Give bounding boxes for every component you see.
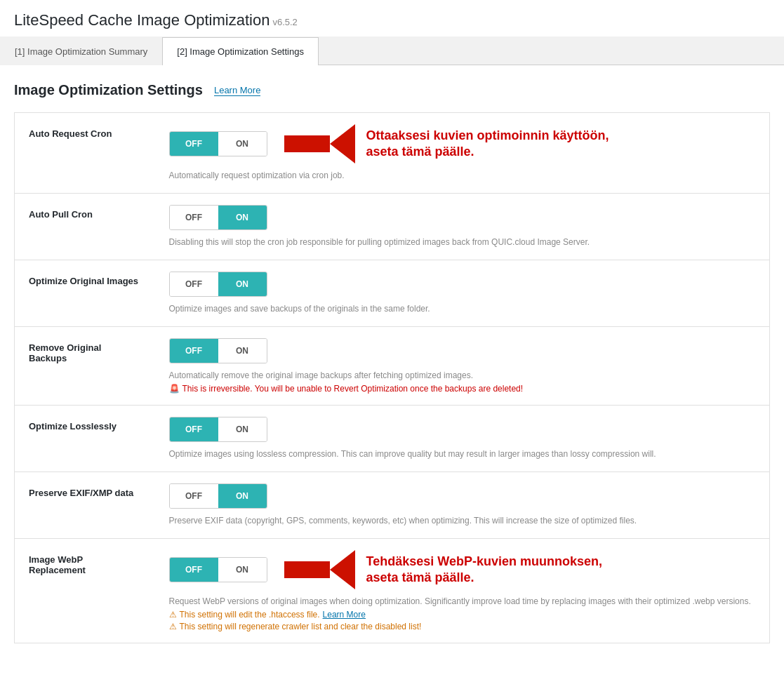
setting-desc-auto-pull-cron: Disabling this will stop the cron job re… [169,236,756,248]
setting-label-auto-pull-cron: Auto Pull Cron [15,194,155,260]
toggle-on-auto-pull-cron[interactable]: ON [218,206,267,229]
warning-icon-remove-original-backups-0: 🚨 [169,384,180,394]
warning-icon-image-webp-replacement-1: ⚠ [169,622,177,631]
warning-image-webp-replacement-1: ⚠ This setting will regenerate crawler l… [169,622,756,631]
setting-label-image-webp-replacement: Image WebP Replacement [15,539,155,643]
toggle-preserve-exif[interactable]: OFFON [169,483,267,509]
setting-desc-image-webp-replacement: Request WebP versions of original images… [169,595,756,608]
setting-desc-optimize-losslessly: Optimize images using lossless compressi… [169,448,756,460]
warning-text-image-webp-replacement-0: This setting will edit the .htaccess fil… [180,610,320,620]
warning-text-image-webp-replacement-1: This setting will regenerate crawler lis… [180,622,422,631]
toggle-on-auto-request-cron[interactable]: ON [218,132,267,156]
toggle-off-auto-request-cron[interactable]: OFF [170,132,218,156]
setting-label-optimize-original-images: Optimize Original Images [15,260,155,327]
annotation-arrow-auto-request-cron [284,124,355,163]
toggle-off-preserve-exif[interactable]: OFF [170,484,218,508]
toggle-remove-original-backups[interactable]: OFFON [169,338,267,363]
setting-row-optimize-original-images: Optimize Original ImagesOFFONOptimize im… [15,260,770,327]
setting-row-preserve-exif: Preserve EXIF/XMP dataOFFONPreserve EXIF… [15,472,770,539]
toggle-on-image-webp-replacement[interactable]: ON [218,558,267,582]
toggle-optimize-original-images[interactable]: OFFON [169,272,267,297]
tab-settings[interactable]: [2] Image Optimization Settings [162,37,319,65]
toggle-optimize-losslessly[interactable]: OFFON [169,417,267,442]
settings-table: Auto Request CronOFFONOttaaksesi kuvien … [14,112,770,643]
toggle-image-webp-replacement[interactable]: OFFON [169,557,267,582]
warning-icon-image-webp-replacement-0: ⚠ [169,610,177,620]
toggle-off-optimize-losslessly[interactable]: OFF [170,417,218,441]
setting-row-image-webp-replacement: Image WebP ReplacementOFFONTehdäksesi We… [15,539,770,643]
setting-desc-preserve-exif: Preserve EXIF data (copyright, GPS, comm… [169,514,756,527]
tab-summary[interactable]: [1] Image Optimization Summary [0,37,162,65]
warning-remove-original-backups-0: 🚨 This is irreversible. You will be unab… [169,384,756,394]
warning-image-webp-replacement-0: ⚠ This setting will edit the .htaccess f… [169,610,756,620]
setting-row-auto-request-cron: Auto Request CronOFFONOttaaksesi kuvien … [15,113,770,194]
setting-label-remove-original-backups: Remove Original Backups [15,327,155,406]
toggle-auto-request-cron[interactable]: OFFON [169,131,267,156]
toggle-on-preserve-exif[interactable]: ON [218,484,267,508]
setting-row-remove-original-backups: Remove Original BackupsOFFONAutomaticall… [15,327,770,406]
toggle-off-auto-pull-cron[interactable]: OFF [170,206,218,229]
annotation-text-image-webp-replacement: Tehdäksesi WebP-kuvien muunnoksen, aseta… [366,554,602,587]
warning-text-remove-original-backups-0: This is irreversible. You will be unable… [182,384,524,394]
toggle-on-optimize-original-images[interactable]: ON [218,272,267,296]
setting-desc-optimize-original-images: Optimize images and save backups of the … [169,302,756,315]
toggle-on-remove-original-backups[interactable]: ON [218,339,267,363]
annotation-arrow-image-webp-replacement [284,550,355,589]
section-title: Image Optimization Settings [14,82,203,98]
setting-label-optimize-losslessly: Optimize Losslessly [15,406,155,472]
toggle-on-optimize-losslessly[interactable]: ON [218,417,267,441]
page-title: LiteSpeed Cache Image Optimizationv6.5.2 [14,11,770,29]
setting-row-auto-pull-cron: Auto Pull CronOFFONDisabling this will s… [15,194,770,260]
setting-label-auto-request-cron: Auto Request Cron [15,113,155,194]
warning-link-image-webp-replacement-0[interactable]: Learn More [323,610,366,620]
setting-row-optimize-losslessly: Optimize LosslesslyOFFONOptimize images … [15,406,770,472]
tabs-bar: [1] Image Optimization Summary [2] Image… [0,36,784,65]
section-learn-more-link[interactable]: Learn More [214,85,260,96]
setting-desc-auto-request-cron: Automatically request optimization via c… [169,169,756,182]
toggle-off-remove-original-backups[interactable]: OFF [170,339,218,363]
annotation-text-auto-request-cron: Ottaaksesi kuvien optimoinnin käyttöön, … [366,128,609,161]
toggle-off-image-webp-replacement[interactable]: OFF [170,558,218,582]
setting-label-preserve-exif: Preserve EXIF/XMP data [15,472,155,539]
setting-desc-remove-original-backups: Automatically remove the original image … [169,369,756,382]
toggle-auto-pull-cron[interactable]: OFFON [169,205,267,230]
toggle-off-optimize-original-images[interactable]: OFF [170,272,218,296]
